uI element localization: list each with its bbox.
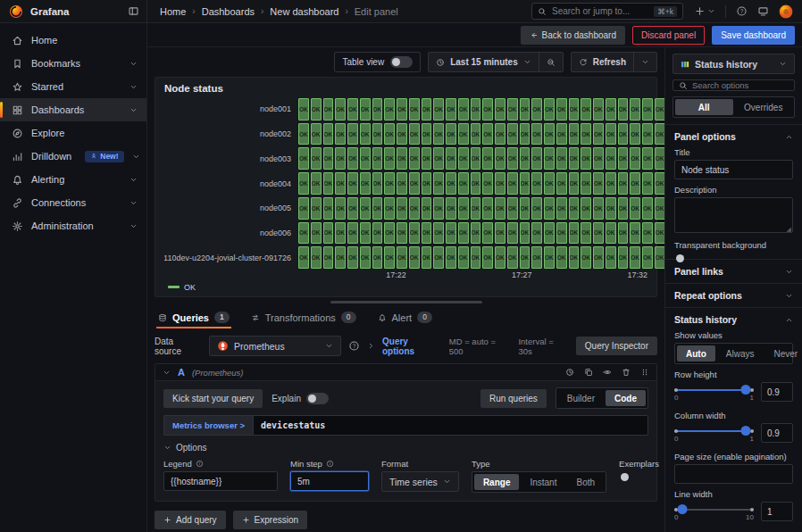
row-height-label: Row height bbox=[674, 370, 793, 379]
sidebar-item-drilldown[interactable]: DrilldownNew! bbox=[0, 145, 146, 168]
min-step-input[interactable] bbox=[290, 471, 369, 491]
tab-alert[interactable]: Alert0 bbox=[376, 307, 434, 328]
sidebar-item-alerting[interactable]: Alerting bbox=[0, 168, 146, 191]
tab-transformations[interactable]: Transformations0 bbox=[249, 307, 358, 328]
format-select[interactable]: Time series bbox=[381, 471, 459, 492]
home-icon bbox=[12, 35, 23, 46]
toggle-query-visibility-icon[interactable] bbox=[603, 368, 612, 377]
status-history-header[interactable]: Status history bbox=[674, 314, 793, 325]
sidebar-item-explore[interactable]: Explore bbox=[0, 121, 146, 145]
run-queries-button[interactable]: Run queries bbox=[480, 389, 547, 408]
search-bar[interactable]: ⌘+k bbox=[531, 3, 683, 20]
mega-menu-toggle-icon[interactable] bbox=[128, 5, 139, 17]
panel-options-header[interactable]: Panel options bbox=[674, 131, 793, 142]
discard-panel-button[interactable]: Discard panel bbox=[632, 26, 705, 45]
option-instant[interactable]: Instant bbox=[521, 474, 565, 490]
search-input[interactable] bbox=[552, 6, 648, 16]
option-always[interactable]: Always bbox=[717, 345, 764, 362]
query-options-fields: Legendi Min stepi Format bbox=[163, 453, 648, 493]
panel-links-header[interactable]: Panel links bbox=[674, 266, 793, 277]
refresh-icon bbox=[579, 58, 588, 67]
option-never[interactable]: Never bbox=[764, 345, 802, 362]
sidebar-item-connections[interactable]: Connections bbox=[0, 191, 146, 214]
option-builder[interactable]: Builder bbox=[558, 390, 604, 406]
legend-input[interactable] bbox=[163, 471, 278, 491]
time-range-picker[interactable]: Last 15 minutes bbox=[429, 53, 539, 71]
kick-start-query-button[interactable]: Kick start your query bbox=[163, 389, 263, 408]
option-all[interactable]: All bbox=[675, 99, 733, 115]
back-to-dashboard-button[interactable]: Back to dashboard bbox=[521, 26, 625, 45]
options-search-input[interactable] bbox=[692, 80, 789, 90]
save-dashboard-button[interactable]: Save dashboard bbox=[712, 26, 795, 45]
tab-queries[interactable]: Queries1 bbox=[156, 307, 231, 328]
refresh-interval-dropdown[interactable] bbox=[633, 53, 656, 71]
collapse-query-icon[interactable] bbox=[163, 369, 171, 377]
option-code[interactable]: Code bbox=[606, 390, 646, 406]
breadcrumb-separator: › bbox=[345, 6, 347, 16]
chart-legend[interactable]: OK bbox=[164, 280, 647, 294]
sidebar-item-starred[interactable]: Starred bbox=[0, 75, 146, 98]
options-search[interactable] bbox=[673, 79, 795, 91]
query-options-collapse[interactable]: Options bbox=[163, 443, 648, 453]
sidebar-item-dashboards[interactable]: Dashboards bbox=[0, 98, 146, 121]
refresh-button[interactable]: Refresh bbox=[572, 53, 633, 71]
breadcrumb-home[interactable]: Home bbox=[160, 6, 186, 17]
help-icon[interactable]: ? bbox=[736, 5, 748, 17]
sidebar-item-label: Explore bbox=[31, 128, 64, 138]
format-field: Format Time series bbox=[381, 453, 459, 492]
page-size-input[interactable] bbox=[674, 464, 793, 484]
description-textarea[interactable] bbox=[674, 197, 793, 233]
clock-icon bbox=[436, 58, 445, 67]
chart-row-label: node002 bbox=[164, 123, 298, 145]
status-cell: OK bbox=[482, 123, 493, 145]
query-expression-input[interactable] bbox=[253, 415, 648, 436]
slider-track[interactable]: 01 bbox=[674, 423, 754, 446]
option-overrides[interactable]: Overrides bbox=[735, 99, 793, 115]
status-cell: OK bbox=[298, 246, 309, 269]
add-expression-button[interactable]: Expression bbox=[233, 511, 307, 529]
datasource-picker[interactable]: Prometheus bbox=[209, 336, 341, 356]
slider-track[interactable]: 01 bbox=[674, 382, 754, 405]
options-tabs-wrap: AllOverrides bbox=[665, 96, 802, 125]
datasource-help-icon[interactable]: ? bbox=[348, 340, 360, 352]
explain-switch[interactable] bbox=[306, 393, 329, 404]
sidebar-item-bookmarks[interactable]: Bookmarks bbox=[0, 52, 146, 75]
table-view-switch[interactable] bbox=[390, 56, 413, 68]
query-options-link[interactable]: Query options bbox=[382, 337, 442, 356]
add-query-button[interactable]: Add query bbox=[155, 511, 226, 529]
add-new-button[interactable] bbox=[694, 5, 715, 17]
breadcrumb-new-dashboard[interactable]: New dashboard bbox=[270, 6, 338, 17]
duplicate-query-icon[interactable] bbox=[584, 368, 593, 377]
option-range[interactable]: Range bbox=[474, 474, 520, 490]
zoom-out-button[interactable] bbox=[539, 53, 563, 71]
slider-value-input[interactable] bbox=[761, 423, 793, 443]
status-cell: OK bbox=[618, 246, 629, 269]
status-cell: OK bbox=[618, 197, 629, 220]
panel-title-input[interactable] bbox=[674, 160, 793, 179]
time-range-label: Last 15 minutes bbox=[450, 57, 518, 67]
breadcrumb-dashboards[interactable]: Dashboards bbox=[202, 6, 255, 17]
metrics-browser-button[interactable]: Metrics browser > bbox=[163, 415, 253, 436]
visualization-name: Status history bbox=[695, 59, 773, 70]
news-icon[interactable] bbox=[757, 5, 769, 17]
avatar[interactable] bbox=[779, 4, 793, 19]
resize-handle[interactable] bbox=[330, 301, 482, 303]
option-both[interactable]: Both bbox=[567, 474, 604, 490]
slider-track[interactable]: 010 bbox=[674, 502, 754, 525]
status-cell: OK bbox=[458, 98, 469, 121]
delete-query-icon[interactable] bbox=[622, 368, 631, 377]
option-auto[interactable]: Auto bbox=[677, 345, 715, 362]
status-cell: OK bbox=[520, 197, 530, 220]
sidebar-item-home[interactable]: Home bbox=[0, 29, 146, 52]
slider-value-input[interactable] bbox=[761, 382, 793, 402]
chart-row: node003OKOKOKOKOKOKOKOKOKOKOKOKOKOKOKOKO… bbox=[164, 147, 647, 170]
sidebar-item-administration[interactable]: Administration bbox=[0, 214, 146, 237]
slider-value-input[interactable] bbox=[761, 502, 793, 521]
grafana-app: Grafana Home›Dashboards›New dashboard›Ed… bbox=[0, 0, 802, 532]
repeat-options-header[interactable]: Repeat options bbox=[674, 290, 793, 301]
visualization-picker[interactable]: Status history bbox=[673, 54, 795, 74]
status-cell: OK bbox=[495, 197, 505, 220]
query-inspector-button[interactable]: Query Inspector bbox=[576, 337, 657, 355]
drag-handle-icon[interactable] bbox=[640, 368, 649, 377]
query-history-icon[interactable] bbox=[565, 368, 574, 377]
